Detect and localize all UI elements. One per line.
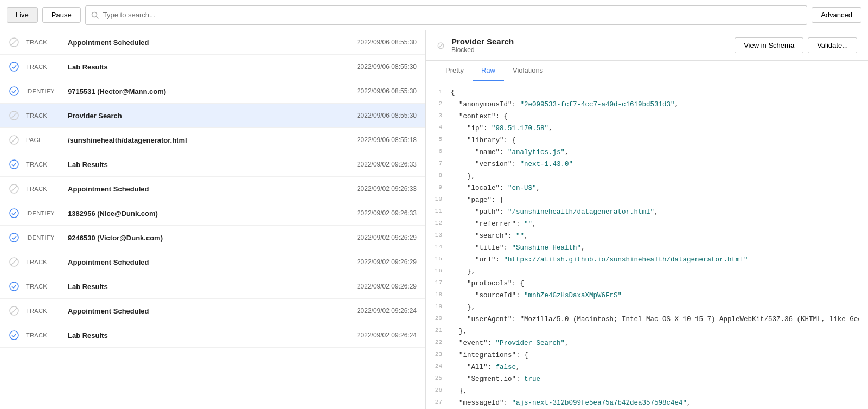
event-status-icon — [9, 232, 20, 243]
svg-line-1 — [96, 16, 98, 18]
event-time-label: 2022/09/02 09:26:33 — [357, 209, 417, 217]
event-row[interactable]: TRACKAppointment Scheduled2022/09/02 09:… — [0, 177, 425, 201]
json-line: 1{ — [426, 87, 868, 99]
event-status-icon — [9, 37, 20, 48]
event-type-label: PAGE — [26, 137, 61, 143]
svg-line-3 — [11, 40, 17, 45]
event-row[interactable]: TRACKAppointment Scheduled2022/09/06 08:… — [0, 30, 425, 55]
svg-line-7 — [11, 113, 17, 118]
detail-status: Blocked — [451, 46, 514, 54]
event-list: TRACKAppointment Scheduled2022/09/06 08:… — [0, 30, 426, 409]
event-name-label: Appointment Scheduled — [68, 307, 350, 315]
json-line: 16 }, — [426, 266, 868, 278]
svg-line-19 — [11, 308, 17, 314]
event-row[interactable]: TRACKAppointment Scheduled2022/09/02 09:… — [0, 250, 425, 274]
event-type-label: TRACK — [26, 259, 61, 265]
event-row[interactable]: TRACKProvider Search2022/09/06 08:55:30 — [0, 104, 425, 128]
json-line: 10 "page": { — [426, 194, 868, 206]
event-type-label: TRACK — [26, 63, 61, 70]
event-name-label: Lab Results — [68, 283, 350, 291]
detail-tab[interactable]: Raw — [473, 61, 504, 81]
svg-point-14 — [10, 233, 18, 242]
svg-line-12 — [11, 186, 17, 191]
live-button[interactable]: Live — [7, 7, 38, 23]
event-name-label: Appointment Scheduled — [68, 258, 350, 266]
advanced-button[interactable]: Advanced — [812, 7, 861, 23]
detail-tab[interactable]: Violations — [504, 61, 552, 81]
svg-line-16 — [11, 259, 17, 265]
json-line: 24 "All": false, — [426, 361, 868, 373]
json-line: 25 "Segment.io": true — [426, 373, 868, 385]
svg-point-20 — [10, 331, 18, 340]
event-status-icon — [9, 281, 20, 292]
event-type-label: TRACK — [26, 39, 61, 46]
event-type-label: IDENTIFY — [26, 234, 61, 241]
event-time-label: 2022/09/02 09:26:33 — [357, 185, 417, 193]
event-row[interactable]: IDENTIFY9715531 (Hector@Mann.com)2022/09… — [0, 79, 425, 104]
svg-point-17 — [10, 282, 18, 291]
validate-button[interactable]: Validate... — [808, 37, 857, 53]
event-row[interactable]: IDENTIFY1382956 (Nice@Dunk.com)2022/09/0… — [0, 201, 425, 226]
event-status-icon — [9, 257, 20, 267]
event-name-label: Lab Results — [68, 331, 350, 340]
json-line: 17 "protocols": { — [426, 278, 868, 290]
detail-title-group: ⊘ Provider Search Blocked — [437, 37, 514, 54]
json-viewer[interactable]: 1{2 "anonymousId": "2e099533-fcf7-4cc7-a… — [426, 81, 868, 409]
json-line: 12 "referrer": "", — [426, 218, 868, 230]
event-type-label: TRACK — [26, 112, 61, 119]
json-line: 22 "event": "Provider Search", — [426, 337, 868, 349]
json-line: 5 "library": { — [426, 135, 868, 146]
event-time-label: 2022/09/02 09:26:24 — [357, 331, 417, 339]
main-layout: TRACKAppointment Scheduled2022/09/06 08:… — [0, 30, 868, 409]
json-line: 11 "path": "/sunshinehealth/datagenerato… — [426, 206, 868, 218]
view-schema-button[interactable]: View in Schema — [735, 37, 803, 53]
event-time-label: 2022/09/02 09:26:33 — [357, 161, 417, 168]
event-time-label: 2022/09/02 09:26:29 — [357, 258, 417, 266]
event-row[interactable]: IDENTIFY9246530 (Victor@Dunk.com)2022/09… — [0, 226, 425, 250]
event-status-icon — [9, 110, 20, 121]
event-row[interactable]: TRACKLab Results2022/09/02 09:26:24 — [0, 323, 425, 348]
svg-point-10 — [10, 160, 18, 169]
event-row[interactable]: TRACKLab Results2022/09/06 08:55:30 — [0, 55, 425, 79]
svg-point-13 — [10, 209, 18, 218]
event-status-icon — [9, 208, 20, 219]
event-status-icon — [9, 330, 20, 341]
top-bar: Live Pause Advanced — [0, 0, 868, 30]
event-time-label: 2022/09/02 09:26:29 — [357, 234, 417, 241]
event-name-label: 9246530 (Victor@Dunk.com) — [68, 234, 350, 242]
event-type-label: TRACK — [26, 332, 61, 338]
svg-point-5 — [10, 87, 18, 95]
event-time-label: 2022/09/06 08:55:30 — [357, 39, 417, 46]
event-row[interactable]: TRACKAppointment Scheduled2022/09/02 09:… — [0, 299, 425, 323]
search-box — [85, 5, 807, 25]
svg-point-4 — [10, 62, 18, 71]
event-name-label: Appointment Scheduled — [68, 185, 350, 193]
json-line: 6 "name": "analytics.js", — [426, 146, 868, 158]
event-type-label: TRACK — [26, 186, 61, 192]
event-name-label: Appointment Scheduled — [68, 39, 350, 47]
event-time-label: 2022/09/02 09:26:29 — [357, 283, 417, 290]
event-status-icon — [9, 183, 20, 194]
json-line: 8 }, — [426, 170, 868, 182]
event-name-label: /sunshinehealth/datagenerator.html — [68, 136, 350, 144]
json-line: 21 }, — [426, 325, 868, 337]
json-line: 27 "messageId": "ajs-next-312b099fe5ea75… — [426, 397, 868, 409]
event-row[interactable]: TRACKLab Results2022/09/02 09:26:29 — [0, 274, 425, 299]
event-row[interactable]: PAGE/sunshinehealth/datagenerator.html20… — [0, 128, 425, 152]
event-status-icon — [9, 61, 20, 72]
search-input[interactable] — [103, 11, 801, 19]
json-line: 19 }, — [426, 302, 868, 314]
json-line: 20 "userAgent": "Mozilla/5.0 (Macintosh;… — [426, 314, 868, 325]
search-icon — [91, 11, 99, 19]
event-row[interactable]: TRACKLab Results2022/09/02 09:26:33 — [0, 152, 425, 177]
detail-tabs: PrettyRawViolations — [426, 61, 868, 81]
event-name-label: Provider Search — [68, 112, 350, 120]
event-type-label: IDENTIFY — [26, 88, 61, 94]
pause-button[interactable]: Pause — [42, 7, 81, 23]
json-line: 14 "title": "Sunshine Health", — [426, 242, 868, 254]
detail-title: Provider Search — [451, 37, 514, 46]
json-line: 23 "integrations": { — [426, 349, 868, 361]
json-line: 13 "search": "", — [426, 230, 868, 242]
detail-tab[interactable]: Pretty — [437, 61, 473, 81]
json-line: 26 }, — [426, 385, 868, 397]
